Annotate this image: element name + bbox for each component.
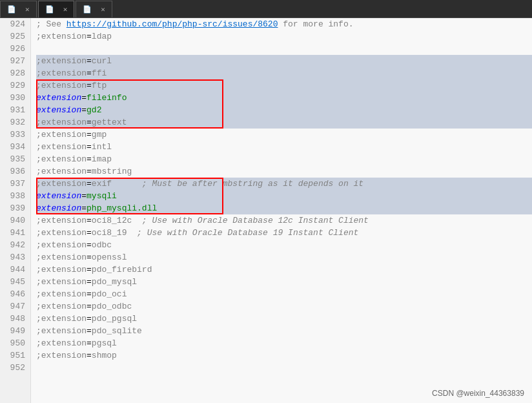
code-line: ;extension=oci8_19 ; Use with Oracle Dat… <box>36 227 532 239</box>
line-number: 931 <box>5 104 25 116</box>
code-line: ;extension=shmop <box>36 349 532 362</box>
code-line: ;extension=pdo_pgsql <box>36 313 532 325</box>
line-number: 952 <box>5 362 25 374</box>
line-number: 949 <box>5 325 25 337</box>
line-number: 946 <box>5 288 25 300</box>
line-number: 944 <box>5 264 25 276</box>
line-number: 925 <box>5 30 25 43</box>
code-content: ; See https://github.com/php/php-src/iss… <box>36 18 532 374</box>
line-number: 935 <box>5 153 25 165</box>
line-number: 939 <box>5 202 25 214</box>
tab-bar: 📄 ✕ 📄 ✕ 📄 ✕ <box>0 0 532 18</box>
code-line: ; See https://github.com/php/php-src/iss… <box>36 18 532 30</box>
code-line: ;extension=pdo_firebird <box>36 264 532 276</box>
line-number: 936 <box>5 165 25 178</box>
line-number: 938 <box>5 190 25 202</box>
line-number: 948 <box>5 313 25 325</box>
code-line: ;extension=oci8_12c ; Use with Oracle Da… <box>36 214 532 227</box>
line-number: 930 <box>5 92 25 104</box>
tab-close-httpd[interactable]: ✕ <box>25 5 30 14</box>
code-line: ;extension=ldap <box>36 30 532 43</box>
code-line: ;extension=odbc <box>36 239 532 251</box>
tab-phpini[interactable]: 📄 ✕ <box>38 1 75 17</box>
code-line <box>36 43 532 55</box>
code-line: extension=gd2 <box>36 104 532 116</box>
line-number: 945 <box>5 276 25 288</box>
file-icon-index: 📄 <box>83 5 92 14</box>
code-line: ;extension=gmp <box>36 129 532 141</box>
code-line <box>36 362 532 374</box>
line-number: 951 <box>5 349 25 362</box>
line-number: 924 <box>5 18 25 30</box>
code-line: extension=mysqli <box>36 190 532 202</box>
code-line: ;extension=imap <box>36 153 532 165</box>
code-area[interactable]: ; See https://github.com/php/php-src/iss… <box>31 18 532 403</box>
code-line: ;extension=exif ; Must be after mbstring… <box>36 178 532 190</box>
tab-httpd[interactable]: 📄 ✕ <box>0 1 37 17</box>
tab-close-index[interactable]: ✕ <box>101 5 105 14</box>
code-line: ;extension=pdo_mysql <box>36 276 532 288</box>
line-number: 927 <box>5 55 25 67</box>
watermark: CSDN @weixin_44363839 <box>432 389 524 398</box>
code-line: ;extension=intl <box>36 141 532 153</box>
code-line: ;extension=pdo_oci <box>36 288 532 300</box>
editor: 9249259269279289299309319329339349359369… <box>0 18 532 403</box>
line-number: 926 <box>5 43 25 55</box>
tab-close-phpini[interactable]: ✕ <box>63 5 68 14</box>
line-number: 950 <box>5 337 25 349</box>
line-number: 933 <box>5 129 25 141</box>
line-number: 942 <box>5 239 25 251</box>
tab-index[interactable]: 📄 ✕ <box>76 1 112 17</box>
file-icon: 📄 <box>7 5 16 14</box>
code-line: extension=fileinfo <box>36 92 532 104</box>
line-number: 943 <box>5 251 25 264</box>
code-line: extension=php_mysqli.dll <box>36 202 532 214</box>
file-icon-active: 📄 <box>45 5 54 14</box>
code-line: ;extension=openssl <box>36 251 532 264</box>
line-number: 947 <box>5 300 25 313</box>
line-number: 928 <box>5 67 25 79</box>
code-line: ;extension=mbstring <box>36 165 532 178</box>
code-line: ;extension=curl <box>36 55 532 67</box>
line-number: 929 <box>5 79 25 92</box>
code-line: ;extension=pgsql <box>36 337 532 349</box>
line-number: 937 <box>5 178 25 190</box>
line-numbers: 9249259269279289299309319329339349359369… <box>0 18 31 403</box>
code-line: ;extension=pdo_odbc <box>36 300 532 313</box>
code-line: ;extension=ffi <box>36 67 532 79</box>
line-number: 940 <box>5 214 25 227</box>
code-line: ;extension=ftp <box>36 79 532 92</box>
line-number: 941 <box>5 227 25 239</box>
code-line: ;extension=pdo_sqlite <box>36 325 532 337</box>
line-number: 932 <box>5 116 25 129</box>
line-number: 934 <box>5 141 25 153</box>
code-line: ;extension=gettext <box>36 116 532 129</box>
